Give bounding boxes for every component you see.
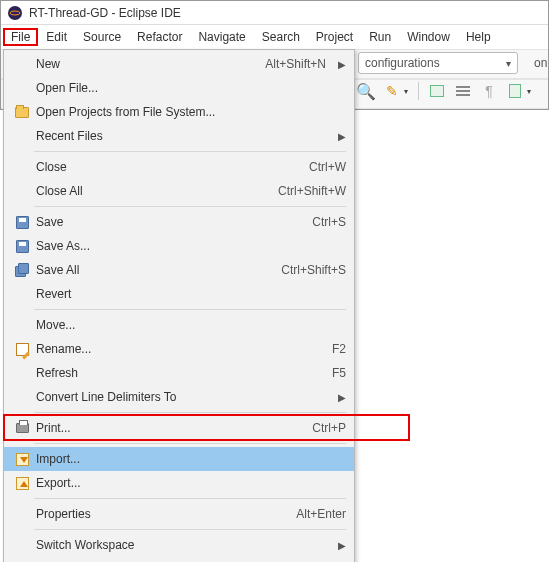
- menu-item-accelerator: F5: [312, 366, 346, 380]
- menu-item-label: Convert Line Delimiters To: [36, 390, 326, 404]
- menu-item-rename[interactable]: Rename...F2: [4, 337, 354, 361]
- configurations-dropdown[interactable]: configurations ▾: [358, 52, 518, 74]
- menu-search[interactable]: Search: [254, 28, 308, 46]
- menu-item-accelerator: Ctrl+S: [292, 215, 346, 229]
- menu-item-open-file[interactable]: Open File...: [4, 76, 354, 100]
- menu-item-label: Open Projects from File System...: [36, 105, 346, 119]
- menu-separator: [34, 309, 346, 310]
- save-all-icon: [12, 263, 32, 278]
- menu-item-import[interactable]: Import...: [4, 447, 354, 471]
- save-icon: [12, 216, 32, 229]
- menu-item-label: Close: [36, 160, 289, 174]
- menu-item-restart[interactable]: Restart: [4, 557, 354, 562]
- menu-item-label: Export...: [36, 476, 346, 490]
- menu-help[interactable]: Help: [458, 28, 499, 46]
- menu-item-label: Move...: [36, 318, 346, 332]
- menu-item-label: Refresh: [36, 366, 312, 380]
- menu-item-properties[interactable]: PropertiesAlt+Enter: [4, 502, 354, 526]
- menu-project[interactable]: Project: [308, 28, 361, 46]
- menu-item-recent-files[interactable]: Recent Files▶: [4, 124, 354, 148]
- configurations-label: configurations: [365, 56, 440, 70]
- submenu-arrow-icon: ▶: [326, 540, 346, 551]
- menu-item-label: Rename...: [36, 342, 312, 356]
- toggle-block-icon[interactable]: [429, 83, 445, 99]
- save-icon: [12, 240, 32, 253]
- menu-item-label: Close All: [36, 184, 258, 198]
- page-view-icon[interactable]: [507, 83, 523, 99]
- menu-refactor[interactable]: Refactor: [129, 28, 190, 46]
- import-icon: [12, 453, 32, 466]
- titlebar: RT-Thread-GD - Eclipse IDE: [1, 1, 548, 25]
- print-icon: [12, 423, 32, 433]
- menu-item-new[interactable]: NewAlt+Shift+N▶: [4, 52, 354, 76]
- menu-item-open-projects-from-file-system[interactable]: Open Projects from File System...: [4, 100, 354, 124]
- menu-item-revert[interactable]: Revert: [4, 282, 354, 306]
- menu-item-accelerator: Ctrl+W: [289, 160, 346, 174]
- menu-item-label: Import...: [36, 452, 346, 466]
- menu-separator: [34, 412, 346, 413]
- menu-item-label: Open File...: [36, 81, 346, 95]
- menu-file[interactable]: File: [3, 28, 38, 46]
- menu-item-convert-line-delimiters-to[interactable]: Convert Line Delimiters To▶: [4, 385, 354, 409]
- menu-item-label: Save As...: [36, 239, 346, 253]
- menu-item-label: New: [36, 57, 245, 71]
- menu-item-switch-workspace[interactable]: Switch Workspace▶: [4, 533, 354, 557]
- chevron-down-icon[interactable]: ▾: [404, 87, 408, 96]
- menu-item-label: Print...: [36, 421, 292, 435]
- menu-item-close-all[interactable]: Close AllCtrl+Shift+W: [4, 179, 354, 203]
- folder-icon: [12, 107, 32, 118]
- menu-item-label: Switch Workspace: [36, 538, 326, 552]
- menu-separator: [34, 529, 346, 530]
- menu-separator: [34, 151, 346, 152]
- menu-item-export[interactable]: Export...: [4, 471, 354, 495]
- menubar: FileEditSourceRefactorNavigateSearchProj…: [1, 25, 548, 49]
- menu-separator: [34, 206, 346, 207]
- menu-item-accelerator: Ctrl+Shift+W: [258, 184, 346, 198]
- show-whitespace-icon[interactable]: ¶: [481, 83, 497, 99]
- rename-icon: [12, 343, 32, 356]
- toggle-word-wrap-icon[interactable]: [455, 83, 471, 99]
- menu-item-label: Recent Files: [36, 129, 326, 143]
- menu-item-accelerator: Alt+Shift+N: [245, 57, 326, 71]
- menu-item-label: Save All: [36, 263, 261, 277]
- menu-item-close[interactable]: CloseCtrl+W: [4, 155, 354, 179]
- chevron-down-icon: ▾: [506, 58, 511, 69]
- menu-separator: [34, 443, 346, 444]
- export-icon: [12, 477, 32, 490]
- eclipse-logo-icon: [7, 5, 23, 21]
- menu-item-print[interactable]: Print...Ctrl+P: [4, 416, 354, 440]
- menu-item-label: Save: [36, 215, 292, 229]
- menu-edit[interactable]: Edit: [38, 28, 75, 46]
- menu-item-save-all[interactable]: Save AllCtrl+Shift+S: [4, 258, 354, 282]
- menu-window[interactable]: Window: [399, 28, 458, 46]
- menu-item-accelerator: Ctrl+Shift+S: [261, 263, 346, 277]
- submenu-arrow-icon: ▶: [326, 392, 346, 403]
- search-icon[interactable]: 🔍: [358, 83, 374, 99]
- menu-item-accelerator: F2: [312, 342, 346, 356]
- menu-source[interactable]: Source: [75, 28, 129, 46]
- menu-item-accelerator: Alt+Enter: [276, 507, 346, 521]
- chevron-down-icon[interactable]: ▾: [527, 87, 531, 96]
- menu-run[interactable]: Run: [361, 28, 399, 46]
- menu-separator: [34, 498, 346, 499]
- menu-item-label: Revert: [36, 287, 346, 301]
- highlight-icon[interactable]: ✎: [384, 83, 400, 99]
- menu-item-save[interactable]: SaveCtrl+S: [4, 210, 354, 234]
- toolbar-separator: [418, 82, 419, 100]
- menu-navigate[interactable]: Navigate: [190, 28, 253, 46]
- secondary-toolbar: 🔍 ✎▾ ¶ ▾: [358, 82, 531, 100]
- window-title: RT-Thread-GD - Eclipse IDE: [29, 6, 181, 20]
- toolbar-on-text: on: [534, 56, 547, 70]
- menu-item-label: Properties: [36, 507, 276, 521]
- menu-item-save-as[interactable]: Save As...: [4, 234, 354, 258]
- menu-item-refresh[interactable]: RefreshF5: [4, 361, 354, 385]
- submenu-arrow-icon: ▶: [326, 131, 346, 142]
- menu-item-accelerator: Ctrl+P: [292, 421, 346, 435]
- submenu-arrow-icon: ▶: [326, 59, 346, 70]
- file-menu-dropdown: NewAlt+Shift+N▶Open File...Open Projects…: [3, 49, 355, 562]
- menu-item-move[interactable]: Move...: [4, 313, 354, 337]
